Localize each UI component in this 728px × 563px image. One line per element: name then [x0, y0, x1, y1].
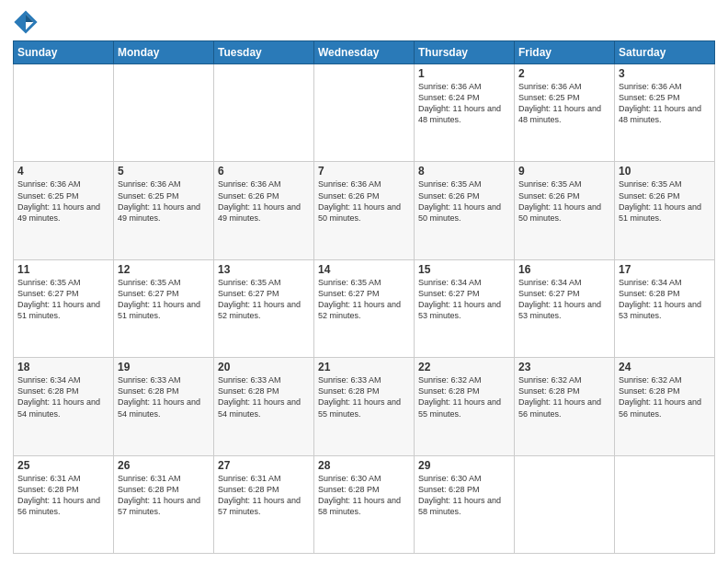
calendar-cell: 17Sunrise: 6:34 AM Sunset: 6:28 PM Dayli… — [615, 259, 715, 357]
calendar-cell: 16Sunrise: 6:34 AM Sunset: 6:27 PM Dayli… — [515, 259, 615, 357]
day-content: Sunrise: 6:35 AM Sunset: 6:26 PM Dayligh… — [518, 178, 610, 224]
day-number: 2 — [518, 67, 610, 80]
day-number: 7 — [318, 165, 410, 178]
calendar-cell: 7Sunrise: 6:36 AM Sunset: 6:26 PM Daylig… — [314, 162, 415, 259]
day-number: 26 — [118, 459, 210, 472]
calendar-cell: 18Sunrise: 6:34 AM Sunset: 6:28 PM Dayli… — [14, 358, 114, 455]
day-number: 28 — [318, 459, 410, 472]
day-number: 9 — [518, 165, 610, 178]
calendar-cell: 14Sunrise: 6:35 AM Sunset: 6:27 PM Dayli… — [314, 259, 415, 357]
calendar-cell: 4Sunrise: 6:36 AM Sunset: 6:25 PM Daylig… — [14, 162, 114, 259]
calendar-cell: 27Sunrise: 6:31 AM Sunset: 6:28 PM Dayli… — [214, 455, 314, 553]
week-row-5: 25Sunrise: 6:31 AM Sunset: 6:28 PM Dayli… — [14, 455, 715, 553]
day-number: 15 — [418, 263, 510, 276]
day-number: 22 — [418, 361, 510, 373]
calendar-cell: 6Sunrise: 6:36 AM Sunset: 6:26 PM Daylig… — [214, 162, 314, 259]
day-number: 23 — [518, 361, 610, 373]
calendar-cell — [214, 64, 314, 162]
calendar-cell: 3Sunrise: 6:36 AM Sunset: 6:25 PM Daylig… — [615, 64, 715, 162]
day-content: Sunrise: 6:35 AM Sunset: 6:26 PM Dayligh… — [418, 178, 510, 224]
day-content: Sunrise: 6:35 AM Sunset: 6:27 PM Dayligh… — [17, 277, 109, 322]
day-number: 20 — [218, 361, 310, 373]
calendar-cell: 26Sunrise: 6:31 AM Sunset: 6:28 PM Dayli… — [114, 455, 214, 553]
calendar-cell: 25Sunrise: 6:31 AM Sunset: 6:28 PM Dayli… — [14, 455, 114, 553]
calendar-cell: 12Sunrise: 6:35 AM Sunset: 6:27 PM Dayli… — [114, 259, 214, 357]
calendar-cell: 29Sunrise: 6:30 AM Sunset: 6:28 PM Dayli… — [415, 455, 515, 553]
calendar-cell: 2Sunrise: 6:36 AM Sunset: 6:25 PM Daylig… — [515, 64, 615, 162]
page: SundayMondayTuesdayWednesdayThursdayFrid… — [0, 0, 728, 563]
day-number: 21 — [318, 361, 410, 373]
day-number: 8 — [418, 165, 510, 178]
day-content: Sunrise: 6:36 AM Sunset: 6:26 PM Dayligh… — [218, 178, 310, 224]
calendar-cell: 8Sunrise: 6:35 AM Sunset: 6:26 PM Daylig… — [415, 162, 515, 259]
calendar-cell — [515, 455, 615, 553]
day-number: 17 — [619, 263, 711, 276]
calendar-cell: 19Sunrise: 6:33 AM Sunset: 6:28 PM Dayli… — [114, 358, 214, 455]
day-content: Sunrise: 6:31 AM Sunset: 6:28 PM Dayligh… — [218, 473, 310, 518]
weekday-header-thursday: Thursday — [415, 41, 515, 64]
calendar-cell: 13Sunrise: 6:35 AM Sunset: 6:27 PM Dayli… — [214, 259, 314, 357]
day-content: Sunrise: 6:35 AM Sunset: 6:27 PM Dayligh… — [318, 277, 410, 322]
day-number: 18 — [17, 361, 109, 373]
calendar-cell: 28Sunrise: 6:30 AM Sunset: 6:28 PM Dayli… — [314, 455, 415, 553]
day-content: Sunrise: 6:33 AM Sunset: 6:28 PM Dayligh… — [118, 374, 210, 419]
calendar-table: SundayMondayTuesdayWednesdayThursdayFrid… — [13, 40, 715, 554]
day-content: Sunrise: 6:35 AM Sunset: 6:27 PM Dayligh… — [218, 277, 310, 322]
day-number: 6 — [218, 165, 310, 178]
day-content: Sunrise: 6:36 AM Sunset: 6:25 PM Dayligh… — [619, 81, 711, 126]
week-row-1: 1Sunrise: 6:36 AM Sunset: 6:24 PM Daylig… — [14, 64, 715, 162]
day-number: 3 — [619, 67, 711, 80]
day-content: Sunrise: 6:32 AM Sunset: 6:28 PM Dayligh… — [518, 374, 610, 419]
week-row-2: 4Sunrise: 6:36 AM Sunset: 6:25 PM Daylig… — [14, 162, 715, 259]
day-content: Sunrise: 6:31 AM Sunset: 6:28 PM Dayligh… — [17, 473, 109, 518]
calendar-cell — [114, 64, 214, 162]
day-content: Sunrise: 6:34 AM Sunset: 6:28 PM Dayligh… — [17, 374, 109, 419]
day-content: Sunrise: 6:32 AM Sunset: 6:28 PM Dayligh… — [418, 374, 510, 419]
calendar-cell: 20Sunrise: 6:33 AM Sunset: 6:28 PM Dayli… — [214, 358, 314, 455]
week-row-3: 11Sunrise: 6:35 AM Sunset: 6:27 PM Dayli… — [14, 259, 715, 357]
day-content: Sunrise: 6:36 AM Sunset: 6:24 PM Dayligh… — [418, 81, 510, 126]
day-number: 10 — [619, 165, 711, 178]
calendar-cell: 10Sunrise: 6:35 AM Sunset: 6:26 PM Dayli… — [615, 162, 715, 259]
weekday-header-row: SundayMondayTuesdayWednesdayThursdayFrid… — [14, 41, 715, 64]
day-content: Sunrise: 6:36 AM Sunset: 6:25 PM Dayligh… — [17, 178, 109, 224]
day-content: Sunrise: 6:36 AM Sunset: 6:26 PM Dayligh… — [318, 178, 410, 224]
day-content: Sunrise: 6:34 AM Sunset: 6:27 PM Dayligh… — [518, 277, 610, 322]
calendar-cell — [615, 455, 715, 553]
logo-icon — [13, 9, 39, 35]
weekday-header-tuesday: Tuesday — [214, 41, 314, 64]
day-number: 11 — [17, 263, 109, 276]
day-content: Sunrise: 6:31 AM Sunset: 6:28 PM Dayligh… — [118, 473, 210, 518]
day-content: Sunrise: 6:33 AM Sunset: 6:28 PM Dayligh… — [318, 374, 410, 419]
calendar-cell — [14, 64, 114, 162]
day-content: Sunrise: 6:30 AM Sunset: 6:28 PM Dayligh… — [318, 473, 410, 518]
weekday-header-sunday: Sunday — [14, 41, 114, 64]
weekday-header-monday: Monday — [114, 41, 214, 64]
day-content: Sunrise: 6:32 AM Sunset: 6:28 PM Dayligh… — [619, 374, 711, 419]
calendar-cell — [314, 64, 415, 162]
calendar-cell: 22Sunrise: 6:32 AM Sunset: 6:28 PM Dayli… — [415, 358, 515, 455]
day-content: Sunrise: 6:34 AM Sunset: 6:27 PM Dayligh… — [418, 277, 510, 322]
day-content: Sunrise: 6:36 AM Sunset: 6:25 PM Dayligh… — [518, 81, 610, 126]
logo-area — [13, 9, 40, 35]
day-number: 5 — [118, 165, 210, 178]
day-number: 29 — [418, 459, 510, 472]
day-number: 1 — [418, 67, 510, 80]
day-number: 14 — [318, 263, 410, 276]
calendar-cell: 23Sunrise: 6:32 AM Sunset: 6:28 PM Dayli… — [515, 358, 615, 455]
calendar-cell: 24Sunrise: 6:32 AM Sunset: 6:28 PM Dayli… — [615, 358, 715, 455]
day-content: Sunrise: 6:35 AM Sunset: 6:27 PM Dayligh… — [118, 277, 210, 322]
weekday-header-friday: Friday — [515, 41, 615, 64]
day-number: 27 — [218, 459, 310, 472]
day-number: 16 — [518, 263, 610, 276]
day-content: Sunrise: 6:35 AM Sunset: 6:26 PM Dayligh… — [619, 178, 711, 224]
day-content: Sunrise: 6:34 AM Sunset: 6:28 PM Dayligh… — [619, 277, 711, 322]
day-content: Sunrise: 6:30 AM Sunset: 6:28 PM Dayligh… — [418, 473, 510, 518]
day-number: 12 — [118, 263, 210, 276]
day-number: 13 — [218, 263, 310, 276]
day-number: 24 — [619, 361, 711, 373]
day-content: Sunrise: 6:33 AM Sunset: 6:28 PM Dayligh… — [218, 374, 310, 419]
header — [13, 9, 715, 35]
calendar-cell: 15Sunrise: 6:34 AM Sunset: 6:27 PM Dayli… — [415, 259, 515, 357]
calendar-cell: 11Sunrise: 6:35 AM Sunset: 6:27 PM Dayli… — [14, 259, 114, 357]
